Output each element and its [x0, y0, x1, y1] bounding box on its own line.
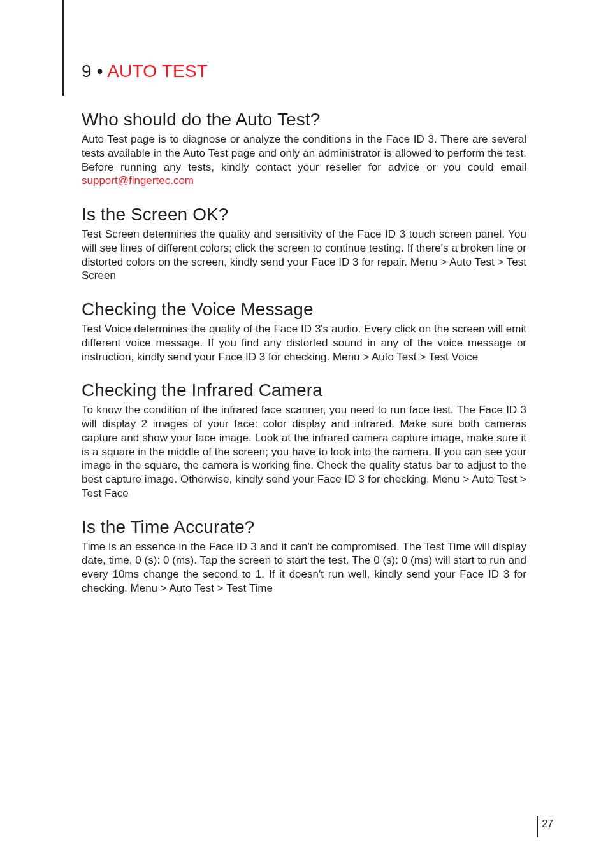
section-body-camera: To know the condition of the infrared fa…: [82, 403, 526, 500]
vertical-rule-top: [62, 0, 64, 96]
section-voice: Checking the Voice Message Test Voice de…: [82, 299, 526, 364]
body-text: Auto Test page is to diagnose or analyze…: [82, 133, 526, 173]
section-camera: Checking the Infrared Camera To know the…: [82, 380, 526, 500]
section-who: Who should do the Auto Test? Auto Test p…: [82, 110, 526, 188]
page-number-rule: [537, 816, 538, 837]
section-heading-who: Who should do the Auto Test?: [82, 110, 526, 130]
section-heading-voice: Checking the Voice Message: [82, 299, 526, 320]
section-time: Is the Time Accurate? Time is an essence…: [82, 517, 526, 595]
section-body-screen: Test Screen determines the quality and s…: [82, 227, 526, 283]
support-email-link[interactable]: support@fingertec.com: [82, 174, 194, 187]
section-screen: Is the Screen OK? Test Screen determines…: [82, 204, 526, 283]
page: 9 • AUTO TEST Who should do the Auto Tes…: [0, 0, 608, 868]
section-heading-camera: Checking the Infrared Camera: [82, 380, 526, 401]
chapter-heading: 9 • AUTO TEST: [82, 61, 526, 82]
section-heading-time: Is the Time Accurate?: [82, 517, 526, 537]
chapter-title: AUTO TEST: [107, 61, 208, 81]
chapter-number: 9 •: [82, 61, 103, 81]
page-number: 27: [542, 818, 553, 830]
section-body-who: Auto Test page is to diagnose or analyze…: [82, 132, 526, 188]
section-body-time: Time is an essence in the Face ID 3 and …: [82, 540, 526, 595]
section-body-voice: Test Voice determines the quality of the…: [82, 322, 526, 364]
section-heading-screen: Is the Screen OK?: [82, 204, 526, 225]
